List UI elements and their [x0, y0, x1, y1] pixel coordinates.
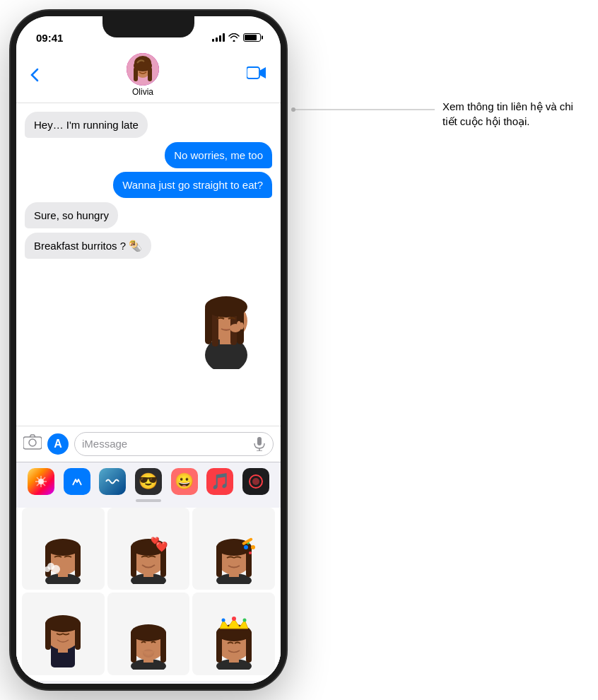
messages-area[interactable]: Hey… I'm running late No worries, me too… — [16, 103, 281, 426]
svg-point-7 — [134, 60, 152, 71]
camera-button[interactable] — [23, 434, 42, 454]
svg-point-27 — [252, 478, 259, 485]
message-bubble-5: Breakfast burritos ? 🌯 — [25, 233, 151, 259]
svg-rect-8 — [247, 67, 259, 78]
svg-point-35 — [52, 565, 60, 573]
sticker-item-2[interactable]: ❤️ ❤️ — [107, 508, 190, 590]
sticker-love: ❤️ ❤️ — [117, 513, 180, 584]
sticker-item-1[interactable] — [22, 508, 105, 590]
sticker-item-4[interactable] — [22, 593, 105, 675]
svg-point-76 — [232, 617, 236, 621]
svg-point-19 — [240, 322, 244, 329]
stickers-icon-glyph: 😀 — [175, 472, 194, 491]
message-bubble-1: Hey… I'm running late — [25, 112, 148, 138]
music-icon-glyph: 🎵 — [211, 472, 230, 491]
svg-point-33 — [45, 539, 81, 556]
svg-point-77 — [221, 618, 225, 622]
svg-point-67 — [131, 624, 166, 641]
svg-point-78 — [242, 618, 246, 622]
message-bubble-4: Sure, so hungry — [25, 202, 118, 228]
appstore-icon: A — [54, 438, 62, 450]
message-input[interactable]: iMessage — [74, 432, 274, 456]
phone-frame: 09:41 — [11, 11, 286, 689]
memoji-sticker — [180, 263, 272, 369]
annotation-text: Xem thông tin liên hệ và chi tiết cuộc h… — [442, 99, 584, 129]
music-app-icon[interactable]: 🎵 — [206, 468, 233, 495]
audio-icon — [105, 474, 120, 489]
svg-point-36 — [45, 566, 50, 572]
photos-icon — [33, 474, 49, 489]
svg-text:❤️: ❤️ — [151, 536, 160, 545]
contact-avatar — [127, 53, 159, 86]
sticker-sneeze — [31, 513, 95, 584]
message-bubble-2: No worries, me too — [165, 142, 272, 168]
photos-app-icon[interactable] — [28, 468, 54, 495]
page-container: 09:41 — [0, 0, 598, 700]
appstore-app-icon[interactable] — [64, 468, 90, 495]
sticker-party — [202, 513, 266, 584]
sticker-grid: ❤️ ❤️ — [16, 508, 281, 681]
sticker-crown — [202, 599, 266, 670]
mic-icon[interactable] — [253, 437, 266, 451]
audio-app-icon[interactable] — [99, 468, 126, 495]
svg-point-80 — [291, 107, 295, 112]
sticker-item-6[interactable] — [192, 593, 275, 675]
back-button[interactable] — [30, 68, 39, 82]
svg-point-51 — [244, 545, 248, 549]
phone-content: 09:41 — [16, 16, 281, 684]
message-bubble-3: Wanna just go straight to eat? — [113, 172, 272, 198]
battery-fill — [245, 35, 257, 40]
svg-point-69 — [141, 648, 156, 658]
svg-point-21 — [29, 439, 36, 446]
avatar-svg — [127, 53, 159, 86]
signal-bar-2 — [216, 37, 218, 42]
app-icons-row: 😎 😀 🎵 — [16, 468, 281, 495]
status-icons — [212, 33, 261, 42]
memoji-app-icon[interactable]: 😎 — [135, 468, 162, 495]
app-drawer: 😎 😀 🎵 — [16, 462, 281, 684]
video-icon — [247, 66, 266, 80]
svg-point-16 — [205, 296, 247, 317]
store-icon — [69, 474, 85, 489]
sticker-yawn — [117, 599, 180, 670]
svg-point-54 — [251, 545, 255, 549]
wifi-icon — [228, 33, 240, 42]
memoji-icon-glyph: 😎 — [139, 472, 158, 491]
contact-name: Olivia — [132, 87, 153, 97]
camera-icon — [23, 434, 42, 450]
signal-bars — [212, 33, 225, 42]
notch — [102, 16, 194, 37]
input-area: A iMessage — [16, 426, 281, 462]
drawer-handle — [136, 499, 161, 502]
signal-bar-1 — [212, 39, 214, 42]
input-placeholder: iMessage — [82, 438, 127, 450]
battery-icon — [243, 33, 261, 42]
signal-bar-3 — [219, 35, 221, 42]
video-call-button[interactable] — [247, 66, 266, 84]
sticker-body — [31, 599, 95, 670]
nav-bar: Olivia — [16, 50, 281, 103]
svg-rect-22 — [257, 437, 262, 445]
memoji-sticker-svg — [180, 263, 272, 369]
contact-center[interactable]: Olivia — [127, 53, 159, 97]
sticker-item-3[interactable] — [192, 508, 275, 590]
fitness-icon — [248, 474, 264, 489]
svg-point-52 — [249, 552, 252, 554]
signal-bar-4 — [223, 33, 225, 42]
status-time: 09:41 — [36, 32, 63, 44]
app-store-button[interactable]: A — [47, 433, 69, 455]
svg-point-61 — [45, 615, 81, 632]
fitness-app-icon[interactable] — [242, 468, 269, 495]
stickers-app-icon[interactable]: 😀 — [171, 468, 198, 495]
sticker-item-5[interactable] — [107, 593, 190, 675]
